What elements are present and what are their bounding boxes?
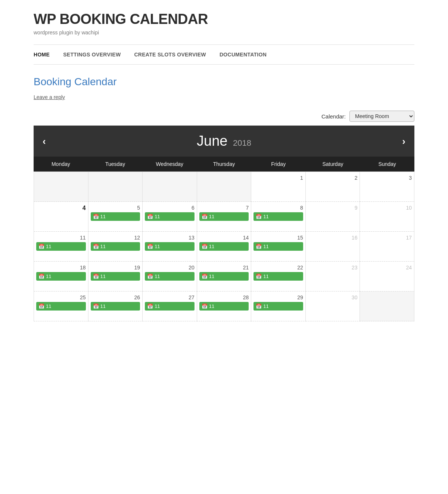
slot-badge[interactable]: 📅11 xyxy=(36,242,86,251)
cell-date: 22 xyxy=(253,265,303,271)
calendar-icon: 📅 xyxy=(38,274,44,279)
slot-badge[interactable]: 📅11 xyxy=(145,302,195,311)
day-name-saturday: Saturday xyxy=(306,157,360,172)
slot-count: 11 xyxy=(100,244,106,249)
calendar-icon: 📅 xyxy=(38,244,44,249)
calendar-selector-row: Calendar: Meeting RoomConference RoomBoa… xyxy=(34,111,414,122)
calendar-icon: 📅 xyxy=(202,244,208,249)
slot-badge[interactable]: 📅11 xyxy=(253,272,303,281)
cell-date: 8 xyxy=(253,205,303,211)
cell-date: 11 xyxy=(36,235,86,241)
leave-reply-link[interactable]: Leave a reply xyxy=(34,94,65,100)
cell-date: 14 xyxy=(199,235,249,241)
calendar-cell[interactable]: 1 xyxy=(251,172,306,202)
calendar-icon: 📅 xyxy=(38,303,44,309)
cell-date: 17 xyxy=(362,235,412,241)
slot-count: 11 xyxy=(209,303,214,309)
nav-item-home[interactable]: HOME xyxy=(34,52,50,58)
cell-date: 19 xyxy=(91,265,140,271)
cell-date: 7 xyxy=(199,205,249,211)
calendar-icon: 📅 xyxy=(202,274,208,279)
calendar-cell[interactable]: 13📅11 xyxy=(143,232,197,262)
slot-badge[interactable]: 📅11 xyxy=(91,212,140,221)
calendar-icon: 📅 xyxy=(202,303,208,309)
calendar-icon: 📅 xyxy=(147,274,153,279)
slot-count: 11 xyxy=(209,244,214,249)
calendar-cell[interactable]: 20📅11 xyxy=(143,262,197,291)
nav-item-documentation[interactable]: DOCUMENTATION xyxy=(220,52,267,58)
slot-badge[interactable]: 📅11 xyxy=(253,242,303,251)
calendar-cell: 24 xyxy=(360,262,414,291)
cell-date: 4 xyxy=(36,205,86,212)
slot-badge[interactable]: 📅11 xyxy=(91,272,140,281)
prev-month-button[interactable]: ‹ xyxy=(43,136,46,146)
slot-badge[interactable]: 📅11 xyxy=(145,272,195,281)
slot-badge[interactable]: 📅11 xyxy=(91,242,140,251)
calendar-cell: 10 xyxy=(360,202,414,232)
slot-badge[interactable]: 📅11 xyxy=(199,302,249,311)
nav-item-settings-overview[interactable]: SETTINGS OVERVIEW xyxy=(63,52,121,58)
calendar-cell[interactable]: 12📅11 xyxy=(88,232,143,262)
slot-badge[interactable]: 📅11 xyxy=(253,212,303,221)
calendar-cell xyxy=(34,172,88,202)
cell-date: 13 xyxy=(145,235,195,241)
cell-date: 10 xyxy=(362,205,412,211)
slot-badge[interactable]: 📅11 xyxy=(199,272,249,281)
cell-date: 12 xyxy=(91,235,140,241)
calendar-icon: 📅 xyxy=(93,274,99,279)
slot-badge[interactable]: 📅11 xyxy=(145,242,195,251)
calendar-cell[interactable]: 15📅11 xyxy=(251,232,306,262)
slot-count: 11 xyxy=(100,214,106,219)
calendar-cell[interactable]: 6📅11 xyxy=(143,202,197,232)
calendar-cell[interactable]: 25📅11 xyxy=(34,291,88,321)
calendar-icon: 📅 xyxy=(93,303,99,309)
calendar-cell[interactable]: 26📅11 xyxy=(88,291,143,321)
calendar-select[interactable]: Meeting RoomConference RoomBoard Room xyxy=(349,111,414,122)
day-name-friday: Friday xyxy=(251,157,306,172)
slot-badge[interactable]: 📅11 xyxy=(36,272,86,281)
nav-item-create-slots-overview[interactable]: CREATE SLOTS OVERVIEW xyxy=(134,52,206,58)
calendar-cell[interactable]: 14📅11 xyxy=(197,232,252,262)
slot-badge[interactable]: 📅11 xyxy=(253,302,303,311)
calendar-cell[interactable]: 29📅11 xyxy=(251,291,306,321)
slot-badge[interactable]: 📅11 xyxy=(145,212,195,221)
slot-count: 11 xyxy=(209,214,214,219)
cell-date: 25 xyxy=(36,294,86,300)
slot-count: 11 xyxy=(155,303,160,309)
cell-date: 30 xyxy=(308,294,358,300)
slot-badge[interactable]: 📅11 xyxy=(199,242,249,251)
calendar-header: ‹ June 2018 › xyxy=(34,126,414,157)
slot-count: 11 xyxy=(263,214,268,219)
slot-badge[interactable]: 📅11 xyxy=(36,302,86,311)
day-name-tuesday: Tuesday xyxy=(88,157,143,172)
day-name-thursday: Thursday xyxy=(197,157,251,172)
slot-count: 11 xyxy=(263,274,268,279)
calendar-cell[interactable]: 19📅11 xyxy=(88,262,143,291)
site-subtitle: wordpress plugin by wachipi xyxy=(34,30,414,35)
cell-date: 3 xyxy=(362,175,412,181)
next-month-button[interactable]: › xyxy=(402,136,405,146)
calendar-cell: 3 xyxy=(360,172,414,202)
calendar-cell[interactable]: 28📅11 xyxy=(197,291,252,321)
calendar-cell xyxy=(143,172,197,202)
calendar-cell[interactable]: 18📅11 xyxy=(34,262,88,291)
cell-date: 21 xyxy=(199,265,249,271)
cell-date: 15 xyxy=(253,235,303,241)
calendar-cell[interactable]: 8📅11 xyxy=(251,202,306,232)
calendar-icon: 📅 xyxy=(147,244,153,249)
calendar-cell[interactable]: 21📅11 xyxy=(197,262,252,291)
calendar-cell[interactable]: 7📅11 xyxy=(197,202,252,232)
slot-badge[interactable]: 📅11 xyxy=(199,212,249,221)
calendar-icon: 📅 xyxy=(93,244,99,249)
calendar-grid: 12345📅116📅117📅118📅1191011📅1112📅1113📅1114… xyxy=(34,172,414,321)
cell-date: 26 xyxy=(91,294,140,300)
calendar-cell[interactable]: 27📅11 xyxy=(143,291,197,321)
slot-badge[interactable]: 📅11 xyxy=(91,302,140,311)
calendar-cell[interactable]: 22📅11 xyxy=(251,262,306,291)
cell-date: 6 xyxy=(145,205,195,211)
calendar-cell[interactable]: 11📅11 xyxy=(34,232,88,262)
calendar-cell[interactable]: 5📅11 xyxy=(88,202,143,232)
site-title: WP BOOKING CALENDAR xyxy=(34,11,414,27)
slot-count: 11 xyxy=(46,274,51,279)
day-name-wednesday: Wednesday xyxy=(142,157,197,172)
